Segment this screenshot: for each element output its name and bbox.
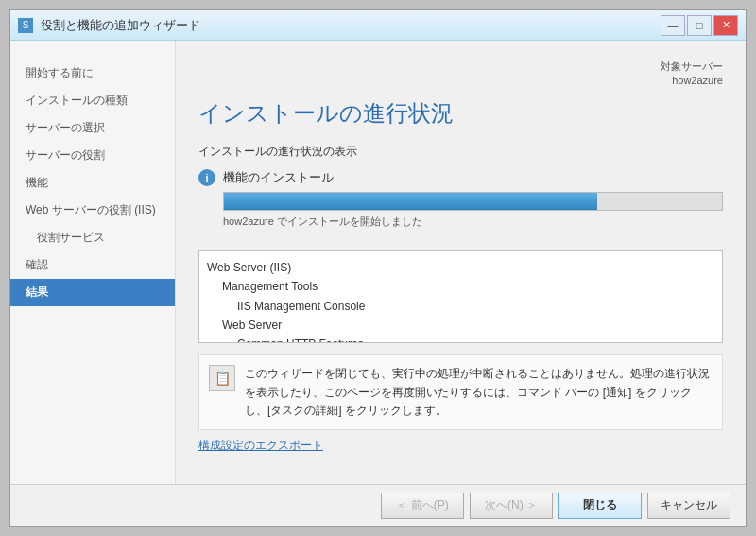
server-info-label: 対象サーバー	[661, 61, 723, 72]
footer: ＜ 前へ(P) 次へ(N) ＞ 閉じる キャンセル	[10, 484, 746, 526]
close-button[interactable]: ✕	[713, 15, 738, 36]
progress-bar	[224, 193, 597, 210]
minimize-button[interactable]: —	[661, 15, 685, 36]
close-wizard-button[interactable]: 閉じる	[558, 493, 642, 519]
log-item: Common HTTP Features	[207, 335, 714, 343]
log-item: IIS Management Console	[207, 297, 714, 316]
cancel-button[interactable]: キャンセル	[647, 493, 730, 519]
log-item: Management Tools	[207, 277, 714, 296]
sidebar: 開始する前にインストールの種類サーバーの選択サーバーの役割機能Web サーバーの…	[10, 41, 176, 484]
content-area: 開始する前にインストールの種類サーバーの選択サーバーの役割機能Web サーバーの…	[10, 41, 746, 484]
maximize-button[interactable]: □	[687, 15, 712, 36]
sidebar-item[interactable]: サーバーの役割	[10, 142, 175, 169]
notice-icon: 📋	[209, 365, 235, 391]
next-button[interactable]: 次へ(N) ＞	[470, 493, 553, 519]
info-icon: i	[198, 169, 215, 186]
server-info: 対象サーバー how2azure	[198, 60, 723, 89]
sidebar-item[interactable]: Web サーバーの役割 (IIS)	[10, 197, 175, 224]
sidebar-item[interactable]: 結果	[10, 279, 175, 306]
notice-text: このウィザードを閉じても、実行中の処理が中断されることはありません。処理の進行状…	[245, 365, 713, 420]
prev-button[interactable]: ＜ 前へ(P)	[381, 493, 464, 519]
section-label: インストールの進行状況の表示	[198, 144, 723, 160]
progress-title: 機能のインストール	[223, 169, 334, 186]
window-title: 役割と機能の追加ウィザード	[41, 17, 200, 34]
sidebar-item[interactable]: 機能	[10, 169, 175, 197]
main-window: S 役割と機能の追加ウィザード — □ ✕ 開始する前にインストールの種類サーバ…	[9, 9, 747, 527]
title-bar-left: S 役割と機能の追加ウィザード	[18, 17, 200, 34]
progress-header: i 機能のインストール	[198, 169, 723, 186]
page-title: インストールの進行状況	[198, 98, 723, 129]
sidebar-item[interactable]: インストールの種類	[10, 87, 175, 114]
sidebar-item[interactable]: サーバーの選択	[10, 114, 175, 142]
sidebar-item[interactable]: 役割サービス	[10, 224, 175, 251]
notice-box: 📋 このウィザードを閉じても、実行中の処理が中断されることはありません。処理の進…	[198, 354, 723, 430]
progress-bar-container	[223, 192, 723, 211]
sidebar-item[interactable]: 確認	[10, 251, 175, 279]
window-icon: S	[18, 18, 33, 33]
progress-section: i 機能のインストール how2azure でインストールを開始しました	[198, 169, 723, 238]
server-info-value: how2azure	[672, 75, 723, 86]
export-link[interactable]: 構成設定のエクスポート	[198, 438, 723, 454]
main-content: 対象サーバー how2azure インストールの進行状況 インストールの進行状況…	[176, 41, 746, 484]
log-item: Web Server (IIS)	[207, 258, 714, 277]
log-box[interactable]: Web Server (IIS)Management ToolsIIS Mana…	[198, 250, 723, 344]
title-controls: — □ ✕	[661, 15, 738, 36]
progress-text: how2azure でインストールを開始しました	[223, 215, 723, 229]
sidebar-item[interactable]: 開始する前に	[10, 60, 175, 87]
log-item: Web Server	[207, 316, 714, 335]
title-bar: S 役割と機能の追加ウィザード — □ ✕	[10, 10, 746, 41]
